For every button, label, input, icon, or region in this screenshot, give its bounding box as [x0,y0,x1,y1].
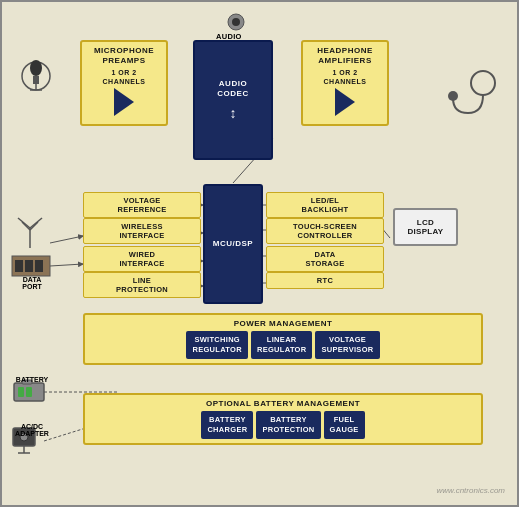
svg-rect-14 [12,256,50,276]
lcd-section: LCD DISPLAY [393,208,458,246]
wireless-section: WIRELESSINTERFACE [83,218,201,244]
svg-line-12 [22,222,30,230]
power-blocks-container: SWITCHINGREGULATOR LINEARREGULATOR VOLTA… [89,331,477,359]
battery-blocks-container: BATTERYCHARGER BATTERYPROTECTION FUELGAU… [89,411,477,439]
svg-line-36 [50,264,83,266]
svg-rect-21 [26,387,32,397]
svg-point-8 [232,18,240,26]
svg-line-35 [50,236,83,243]
svg-point-7 [228,14,244,30]
power-management-section: POWER MANAGEMENT SWITCHINGREGULATOR LINE… [83,313,483,365]
mcu-box: MCU/DSP [203,184,263,304]
main-container: AUDIOJACK MICROPHONEPREAMPS 1 OR 2CHANNE… [0,0,519,507]
svg-point-0 [22,62,50,90]
microphone-label: MICROPHONEPREAMPS [86,46,162,65]
svg-line-10 [18,218,30,228]
audio-codec-section: AUDIOCODEC ↕ [193,40,273,160]
svg-rect-20 [18,387,24,397]
battery-protection-block: BATTERYPROTECTION [256,411,320,439]
svg-rect-16 [25,260,33,272]
headphone-box: HEADPHONEAMPLIFIERS 1 OR 2CHANNELS [301,40,389,126]
data-storage-box: DATASTORAGE [266,246,384,272]
battery-label: BATTERY [10,376,54,383]
optional-battery-title: OPTIONAL BATTERY MANAGEMENT [89,399,477,408]
data-port-label: DATAPORT [10,276,54,290]
rtc-box: RTC [266,272,384,289]
wired-box: WIREDINTERFACE [83,246,201,272]
line-protection-section: LINEPROTECTION [83,272,201,298]
svg-rect-17 [35,260,43,272]
svg-rect-2 [33,76,39,84]
lcd-box: LCD DISPLAY [393,208,458,246]
svg-line-13 [30,222,38,230]
diagram: AUDIOJACK MICROPHONEPREAMPS 1 OR 2CHANNE… [8,8,515,503]
line-protection-box: LINEPROTECTION [83,272,201,298]
mic-channels-label: 1 OR 2CHANNELS [103,69,146,86]
headphone-label: HEADPHONEAMPLIFIERS [307,46,383,65]
hp-channels-label: 1 OR 2CHANNELS [324,69,367,86]
fuel-gauge-block: FUELGAUGE [324,411,365,439]
optional-battery-section: OPTIONAL BATTERY MANAGEMENT BATTERYCHARG… [83,393,483,445]
linear-regulator-block: LINEARREGULATOR [251,331,313,359]
voltage-ref-box: VOLTAGEREFERENCE [83,192,201,218]
svg-point-5 [471,71,495,95]
microphone-box: MICROPHONEPREAMPS 1 OR 2CHANNELS [80,40,168,126]
power-management-box: POWER MANAGEMENT SWITCHINGREGULATOR LINE… [83,313,483,365]
svg-point-1 [30,60,42,76]
data-storage-section: DATASTORAGE [266,246,384,272]
hp-amp-triangle [335,88,355,116]
codec-arrows: ↕ [230,105,237,121]
wireless-box: WIRELESSINTERFACE [83,218,201,244]
battery-charger-block: BATTERYCHARGER [201,411,253,439]
svg-line-11 [30,218,42,228]
touch-screen-box: TOUCH-SCREENCONTROLLER [266,218,384,244]
microphone-section: MICROPHONEPREAMPS 1 OR 2CHANNELS [80,40,168,126]
rtc-section: RTC [266,272,384,289]
led-box: LED/ELBACKLIGHT [266,192,384,218]
watermark: www.cntronics.com [437,486,505,495]
power-management-title: POWER MANAGEMENT [89,319,477,328]
voltage-ref-section: VOLTAGEREFERENCE [83,192,201,218]
svg-rect-15 [15,260,23,272]
wired-section: WIREDINTERFACE [83,246,201,272]
voltage-supervisor-block: VOLTAGESUPERVISOR [315,331,379,359]
optional-battery-box: OPTIONAL BATTERY MANAGEMENT BATTERYCHARG… [83,393,483,445]
svg-rect-18 [14,383,44,401]
mcu-section: MCU/DSP [203,184,263,304]
switching-regulator-block: SWITCHINGREGULATOR [186,331,248,359]
audio-codec-label: AUDIOCODEC [217,79,248,98]
adapter-label: AC/DCADAPTER [10,423,54,437]
headphone-section: HEADPHONEAMPLIFIERS 1 OR 2CHANNELS [301,40,389,126]
mcu-label: MCU/DSP [213,239,253,249]
mic-amp-triangle [114,88,134,116]
touch-screen-section: TOUCH-SCREENCONTROLLER [266,218,384,244]
led-section: LED/ELBACKLIGHT [266,192,384,218]
audio-codec-box: AUDIOCODEC ↕ [193,40,273,160]
svg-point-6 [448,91,458,101]
